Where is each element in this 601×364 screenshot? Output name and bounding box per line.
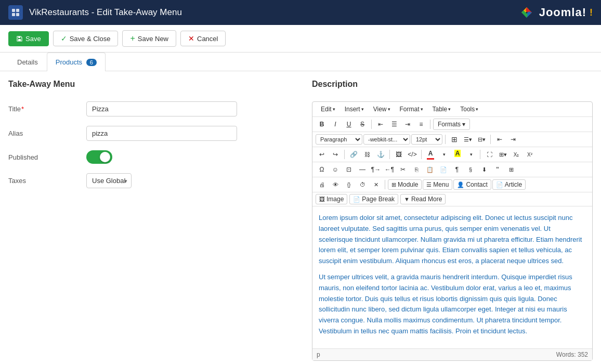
- separator-4: [490, 135, 491, 144]
- paragraph-select[interactable]: Paragraph Heading 1 Heading 2: [316, 134, 362, 145]
- word-count: Words: 352: [556, 351, 588, 358]
- right-panel: Description Edit ▾ Insert ▾ View ▾ Forma…: [312, 80, 593, 361]
- hr-button[interactable]: —: [356, 164, 369, 175]
- align-right-button[interactable]: ⇥: [401, 119, 414, 130]
- italic-button[interactable]: I: [329, 119, 342, 130]
- subscript-button[interactable]: X₂: [510, 149, 522, 160]
- bullet-list-button[interactable]: ☰▾: [462, 134, 474, 145]
- separator-3: [445, 135, 446, 144]
- svg-rect-1: [16, 9, 19, 12]
- insert-menu[interactable]: Insert ▾: [341, 104, 368, 114]
- table-insert-button[interactable]: ⊞▾: [497, 149, 509, 160]
- edit-menu[interactable]: Edit ▾: [317, 104, 339, 114]
- indent-button[interactable]: ⇥: [507, 134, 519, 145]
- size-select[interactable]: 12pt 10pt 14pt: [411, 134, 442, 145]
- tools-menu[interactable]: Tools ▾: [456, 104, 482, 114]
- module-button[interactable]: ⊞ Module: [388, 179, 422, 190]
- align-center-button[interactable]: ☰: [388, 119, 400, 130]
- clock-button[interactable]: ⏱: [356, 179, 369, 190]
- source-button[interactable]: {}: [343, 179, 355, 190]
- print-button[interactable]: 🖨: [316, 179, 328, 190]
- font-select[interactable]: -webkit-st...: [363, 134, 410, 145]
- editor-footer: p Words: 352: [312, 348, 592, 360]
- published-toggle[interactable]: [86, 150, 112, 164]
- save-button[interactable]: Save: [8, 31, 49, 46]
- omega-button[interactable]: Ω: [316, 164, 328, 175]
- font-color-dropdown[interactable]: ▾: [438, 149, 450, 160]
- page-break-button[interactable]: 📄 Page Break: [349, 194, 398, 204]
- contact-button[interactable]: 👤 Contact: [453, 179, 491, 190]
- align-justify-button[interactable]: ≡: [415, 119, 427, 130]
- alias-input[interactable]: [86, 126, 237, 141]
- ltr-button[interactable]: ¶→: [370, 164, 382, 175]
- anchor-button[interactable]: ⚓: [374, 149, 387, 160]
- save-close-button[interactable]: ✓ Save & Close: [53, 31, 119, 46]
- strikethrough-button[interactable]: S: [356, 119, 369, 130]
- download-button[interactable]: ⬇: [478, 164, 490, 175]
- read-more-button[interactable]: ▼ Read More: [400, 194, 446, 204]
- tab-details[interactable]: Details: [8, 53, 47, 71]
- image-insert-button[interactable]: 🖼 Image: [316, 194, 347, 204]
- cancel-label: Cancel: [197, 35, 218, 43]
- taxes-select[interactable]: Use Global None Custom: [86, 173, 132, 188]
- blockquote-button[interactable]: ": [491, 164, 504, 175]
- paste-text-button[interactable]: 📄: [437, 164, 450, 175]
- image-button[interactable]: 🖼: [393, 149, 405, 160]
- joomla-label: Joomla!: [539, 6, 586, 19]
- template-button[interactable]: ⊡: [343, 164, 355, 175]
- tab-products[interactable]: Products 6: [47, 53, 106, 71]
- editor-toolbar-6: 🖼 Image 📄 Page Break ▼ Read More: [312, 192, 592, 206]
- underline-button[interactable]: U: [343, 119, 355, 130]
- title-input[interactable]: [86, 101, 237, 116]
- editor-toolbar-1: B I U S ⇤ ☰ ⇥ ≡ Formats ▾: [312, 117, 592, 132]
- rtl-button[interactable]: ←¶: [383, 164, 396, 175]
- menu-label: Menu: [433, 181, 449, 188]
- app-icon: [8, 5, 23, 20]
- title-label: Title: [8, 105, 86, 113]
- redo-button[interactable]: ↪: [329, 149, 342, 160]
- view-menu[interactable]: View ▾: [369, 104, 395, 114]
- editor-content[interactable]: Lorem ipsum dolor sit amet, consectetur …: [312, 206, 592, 348]
- align-left-button[interactable]: ⇤: [374, 119, 387, 130]
- superscript-button[interactable]: X²: [524, 149, 536, 160]
- main-content: Details Products 6 Take-Away Menu Title …: [0, 53, 601, 364]
- products-badge: 6: [86, 59, 97, 66]
- paragraph-mark-button[interactable]: ¶: [451, 164, 463, 175]
- cut-button[interactable]: ✂: [397, 164, 409, 175]
- numbered-list-button[interactable]: ⊟▾: [475, 134, 488, 145]
- unlink-button[interactable]: ⛓: [361, 149, 373, 160]
- editor-toolbar-4: Ω ☺ ⊡ — ¶→ ←¶ ✂ ⎘ 📋 📄 ¶ § ⬇ " ⊞: [312, 162, 592, 177]
- special-button[interactable]: ⊞: [505, 164, 517, 175]
- copy-button[interactable]: ⎘: [410, 164, 423, 175]
- emoji-button[interactable]: ☺: [329, 164, 342, 175]
- svg-rect-5: [18, 36, 20, 38]
- preview-button[interactable]: 👁: [329, 179, 342, 190]
- svg-rect-2: [12, 13, 15, 16]
- header: VikRestaurants - Edit Take-Away Menu Joo…: [0, 0, 601, 25]
- bold-button[interactable]: B: [316, 119, 328, 130]
- format-menu[interactable]: Format ▾: [396, 104, 427, 114]
- save-close-label: Save & Close: [70, 35, 111, 43]
- font-color-button[interactable]: A: [424, 149, 437, 160]
- columns-2-button[interactable]: ⊞: [448, 134, 461, 145]
- formats-button[interactable]: Formats ▾: [433, 119, 470, 130]
- table-menu[interactable]: Table ▾: [428, 104, 455, 114]
- bg-color-button[interactable]: A: [451, 149, 464, 160]
- svg-rect-4: [18, 39, 21, 41]
- sep3: [421, 150, 422, 159]
- cancel-button[interactable]: ✕ Cancel: [180, 31, 226, 46]
- outdent-button[interactable]: ⇤: [493, 134, 506, 145]
- taxes-select-wrapper: Use Global None Custom: [86, 173, 132, 188]
- menu-button[interactable]: ☰ Menu: [423, 179, 452, 190]
- save-new-button[interactable]: + Save New: [122, 30, 176, 47]
- published-row: Published: [8, 150, 299, 164]
- code-button[interactable]: </>: [406, 149, 419, 160]
- pilcrow-button[interactable]: §: [464, 164, 477, 175]
- paste-button[interactable]: 📋: [424, 164, 436, 175]
- undo-button[interactable]: ↩: [316, 149, 328, 160]
- bg-color-dropdown[interactable]: ▾: [465, 149, 477, 160]
- fullscreen-button[interactable]: ⛶: [483, 149, 495, 160]
- eraser-button[interactable]: ✕: [370, 179, 382, 190]
- link-button[interactable]: 🔗: [347, 149, 360, 160]
- article-button[interactable]: 📄 Article: [492, 179, 526, 190]
